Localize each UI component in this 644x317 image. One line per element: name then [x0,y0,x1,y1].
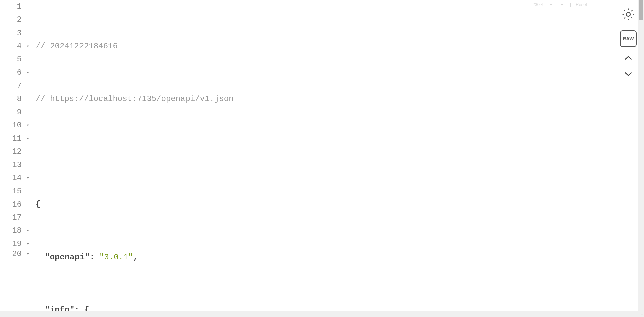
scroll-up-button[interactable] [624,54,633,63]
fold-toggle[interactable]: ▾ [26,175,29,181]
key-openapi: openapi [50,251,85,264]
gutter-row: 16 [0,198,31,211]
raw-label: RAW [623,36,634,41]
line-number: 2 [17,15,22,24]
code-line: "openapi": "3.0.1", [36,251,644,264]
zoom-reset-button[interactable]: Reset [576,2,587,7]
line-number: 12 [12,147,22,156]
line-number: 10 [12,121,22,130]
line-number: 18 [12,226,22,235]
gutter-row: 2 [0,13,31,26]
gutter-row: 12 [0,145,31,158]
line-number: 7 [17,81,22,90]
brace-open: { [36,198,40,211]
fold-toggle[interactable]: ▾ [26,241,29,247]
zoom-bar: 230% − + | Reset [532,2,587,7]
side-toolbar: RAW [620,6,637,79]
fold-toggle[interactable]: ▾ [26,228,29,233]
chevron-down-icon [624,71,633,77]
scroll-down-button[interactable] [624,70,633,79]
line-number: 17 [12,213,22,222]
line-number: 15 [12,187,22,196]
svg-point-0 [626,12,630,16]
gutter-row: 1 [0,0,31,13]
line-number: 9 [17,108,22,117]
fold-toggle[interactable]: ▾ [26,136,29,141]
gutter-row: 5 [0,53,31,66]
line-number: 4 [17,42,22,51]
line-number: 8 [17,94,22,103]
code-line [36,145,644,158]
horizontal-scrollbar[interactable] [0,311,638,317]
comment-timestamp: 20241222184616 [50,40,118,53]
scrollbar-corner: ▾ [638,311,644,317]
val-openapi: 3.0.1 [104,251,128,264]
zoom-value: 230% [532,2,543,7]
line-number: 14 [12,173,22,182]
zoom-out-button[interactable]: − [548,2,554,7]
gutter-row: 17 [0,211,31,224]
line-number: 19 [12,239,22,248]
line-number: 3 [17,29,22,38]
code-area[interactable]: // 20241222184616 // https://localhost:7… [31,0,644,317]
fold-toggle[interactable]: ▾ [26,251,29,257]
fold-toggle[interactable]: ▾ [26,70,29,75]
code-line: // https://localhost:7135/openapi/v1.jso… [36,92,644,105]
comment-url: https://localhost:7135/openapi/v1.json [50,92,233,105]
code-line: { [36,198,644,211]
gutter-row: 3 [0,27,31,40]
gutter-row: 11▾ [0,132,31,145]
fold-toggle[interactable]: ▾ [26,122,29,128]
gutter-row: 7 [0,79,31,92]
gutter-row: 18▾ [0,224,31,237]
line-number: 16 [12,200,22,209]
chevron-up-icon [624,55,633,61]
gutter-row: 9 [0,105,31,118]
gear-icon [621,7,636,22]
line-number: 11 [12,134,22,143]
zoom-divider: | [570,2,571,7]
code-line: // 20241222184616 [36,40,644,53]
line-number: 13 [12,160,22,169]
line-number: 5 [17,55,22,64]
gutter-row: 14▾ [0,171,31,184]
corner-arrow-icon: ▾ [641,312,643,316]
line-number: 6 [17,68,22,77]
gutter-row: 4▾ [0,40,31,53]
vertical-scrollbar[interactable] [638,0,644,311]
line-number: 20 [12,249,22,258]
settings-button[interactable] [620,6,637,23]
gutter: 1234▾56▾78910▾11▾121314▾15161718▾19▾20▾ [0,0,31,317]
gutter-row: 15 [0,184,31,198]
gutter-row: 10▾ [0,119,31,132]
gutter-row: 19▾ [0,237,31,250]
comment-prefix: // [36,40,50,53]
raw-button[interactable]: RAW [620,30,637,47]
scrollbar-thumb[interactable] [639,0,643,20]
gutter-row: 8 [0,92,31,105]
gutter-row: 6▾ [0,66,31,79]
zoom-in-button[interactable]: + [559,2,565,7]
json-viewer: 1234▾56▾78910▾11▾121314▾15161718▾19▾20▾ … [0,0,644,317]
gutter-row: 20▾ [0,251,31,257]
fold-toggle[interactable]: ▾ [26,43,29,49]
comment-prefix: // [36,92,50,105]
gutter-row: 13 [0,158,31,171]
line-number: 1 [17,2,22,11]
